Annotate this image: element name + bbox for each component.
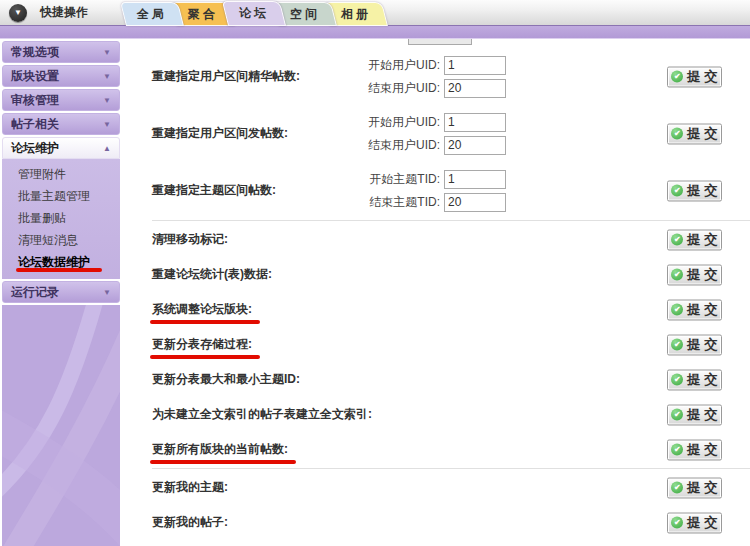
sidebar-item-4[interactable]: 清理短消息 <box>2 229 120 251</box>
maintenance-row: 重建指定用户区间发帖数:开始用户UID:结束用户UID:✔提 交 <box>152 105 750 162</box>
field-line: 开始主题TID: <box>352 170 506 189</box>
chevron-down-icon: ▼ <box>103 120 111 129</box>
maintenance-row: 重建指定用户区间精华帖数:开始用户UID:结束用户UID:✔提 交 <box>152 48 750 105</box>
red-marker-underline <box>16 268 102 272</box>
sidebar-item-2[interactable]: 批量主题管理 <box>2 185 120 207</box>
tab-label: 相册 <box>341 6 371 23</box>
green-check-icon: ✔ <box>671 71 683 83</box>
field-label: 结束用户UID: <box>352 137 440 154</box>
maintenance-row: 重建指定主题区间帖数:开始主题TID:结束主题TID:✔提 交 <box>152 162 750 219</box>
row-label: 更新分表最大和最小主题ID: <box>152 371 300 388</box>
green-check-icon: ✔ <box>671 482 683 494</box>
submit-button-label: 提 交 <box>687 68 717 86</box>
row-label: 清理移动标记: <box>152 231 228 248</box>
submit-button-label: 提 交 <box>687 406 717 424</box>
submit-button[interactable]: ✔提 交 <box>667 123 722 144</box>
tab-label: 聚合 <box>188 6 218 23</box>
field-label: 开始用户UID: <box>352 57 440 74</box>
field-group: 开始主题TID:结束主题TID: <box>352 170 506 212</box>
sidebar-item-5[interactable]: 论坛数据维护 <box>2 251 120 273</box>
submit-button[interactable]: ✔提 交 <box>667 66 722 87</box>
green-check-icon: ✔ <box>671 444 683 456</box>
sidebar-section-3[interactable]: 审核管理▼ <box>2 89 120 111</box>
green-check-icon: ✔ <box>671 269 683 281</box>
field-group: 开始用户UID:结束用户UID: <box>352 113 506 155</box>
sidebar-decoration <box>2 305 120 546</box>
sidebar-item-label: 批量删贴 <box>18 211 66 225</box>
field-group: 开始用户UID:结束用户UID: <box>352 56 506 98</box>
sidebar-section-label: 论坛维护 <box>11 140 59 157</box>
submit-button[interactable]: ✔提 交 <box>667 299 722 320</box>
row-label: 重建指定用户区间发帖数: <box>152 125 288 142</box>
row-label: 更新我的主题: <box>152 479 228 496</box>
submit-button-label: 提 交 <box>687 441 717 459</box>
sidebar-section-label: 版块设置 <box>11 68 59 85</box>
green-check-icon: ✔ <box>671 339 683 351</box>
chevron-down-icon: ▼ <box>103 288 111 297</box>
red-marker-underline <box>150 460 296 464</box>
submit-button-label: 提 交 <box>687 125 717 143</box>
sidebar-section-1[interactable]: 常规选项▼ <box>2 41 120 63</box>
tab-3[interactable]: 论坛 <box>222 1 286 26</box>
sidebar-item-1[interactable]: 管理附件 <box>2 163 120 185</box>
submit-button[interactable]: ✔提 交 <box>667 404 722 425</box>
field-line: 开始用户UID: <box>352 56 506 75</box>
field-label: 开始主题TID: <box>352 171 440 188</box>
submit-button[interactable]: ✔提 交 <box>667 264 722 285</box>
row-label: 更新所有版块的当前帖数: <box>152 441 288 458</box>
sidebar-item-3[interactable]: 批量删贴 <box>2 207 120 229</box>
sidebar-item-label: 批量主题管理 <box>18 189 90 203</box>
submit-button-label: 提 交 <box>687 231 717 249</box>
sidebar-section-5[interactable]: 论坛维护▲ <box>2 137 120 159</box>
sidebar-section-2[interactable]: 版块设置▼ <box>2 65 120 87</box>
field-label: 开始用户UID: <box>352 114 440 131</box>
forum-admin-panel: ▼ 快捷操作 全局聚合论坛空间相册 常规选项▼版块设置▼审核管理▼帖子相关▼论坛… <box>0 0 750 546</box>
row-label: 更新我的帖子: <box>152 514 228 531</box>
field-input[interactable] <box>444 79 506 98</box>
field-input[interactable] <box>444 113 506 132</box>
submit-button[interactable]: ✔提 交 <box>667 477 722 498</box>
field-input[interactable] <box>444 136 506 155</box>
green-check-icon: ✔ <box>671 517 683 529</box>
sidebar-section-label: 运行记录 <box>11 284 59 301</box>
sidebar-item-label: 清理短消息 <box>18 233 78 247</box>
circle-down-arrow-icon[interactable]: ▼ <box>9 4 27 22</box>
field-input[interactable] <box>444 56 506 75</box>
green-check-icon: ✔ <box>671 374 683 386</box>
green-check-icon: ✔ <box>671 234 683 246</box>
tab-1[interactable]: 全局 <box>120 2 184 26</box>
submit-button[interactable]: ✔提 交 <box>667 512 722 533</box>
sidebar-section-label: 帖子相关 <box>11 116 59 133</box>
green-check-icon: ✔ <box>671 185 683 197</box>
maintenance-row: 重建论坛统计(表)数据:✔提 交 <box>152 257 750 292</box>
sidebar-section-4[interactable]: 帖子相关▼ <box>2 113 120 135</box>
submit-button-label: 提 交 <box>687 336 717 354</box>
sidebar-section-label: 常规选项 <box>11 44 59 61</box>
field-line: 结束用户UID: <box>352 79 506 98</box>
sidebar-section-6[interactable]: 运行记录▼ <box>2 281 120 303</box>
submit-button-label: 提 交 <box>687 514 717 532</box>
submit-button-label: 提 交 <box>687 182 717 200</box>
field-line: 开始用户UID: <box>352 113 506 132</box>
submit-button-label: 提 交 <box>687 266 717 284</box>
clipped-input-above <box>408 39 472 45</box>
submit-button[interactable]: ✔提 交 <box>667 229 722 250</box>
chevron-down-icon: ▼ <box>103 48 111 57</box>
field-label: 结束用户UID: <box>352 80 440 97</box>
field-input[interactable] <box>444 193 506 212</box>
chevron-down-icon: ▼ <box>103 96 111 105</box>
top-tabs: 全局聚合论坛空间相册 <box>123 1 378 26</box>
field-input[interactable] <box>444 170 506 189</box>
submit-button[interactable]: ✔提 交 <box>667 439 722 460</box>
quick-action-label: 快捷操作 <box>40 4 88 21</box>
sidebar: 常规选项▼版块设置▼审核管理▼帖子相关▼论坛维护▲管理附件批量主题管理批量删贴清… <box>0 39 135 546</box>
maintenance-row: 更新我的帖子:✔提 交 <box>152 505 750 540</box>
submit-button-label: 提 交 <box>687 371 717 389</box>
submit-button[interactable]: ✔提 交 <box>667 334 722 355</box>
submit-button[interactable]: ✔提 交 <box>667 180 722 201</box>
field-line: 结束主题TID: <box>352 193 506 212</box>
swoosh-graphic <box>2 305 120 546</box>
active-tab-bar <box>0 25 750 39</box>
green-check-icon: ✔ <box>671 304 683 316</box>
submit-button[interactable]: ✔提 交 <box>667 369 722 390</box>
